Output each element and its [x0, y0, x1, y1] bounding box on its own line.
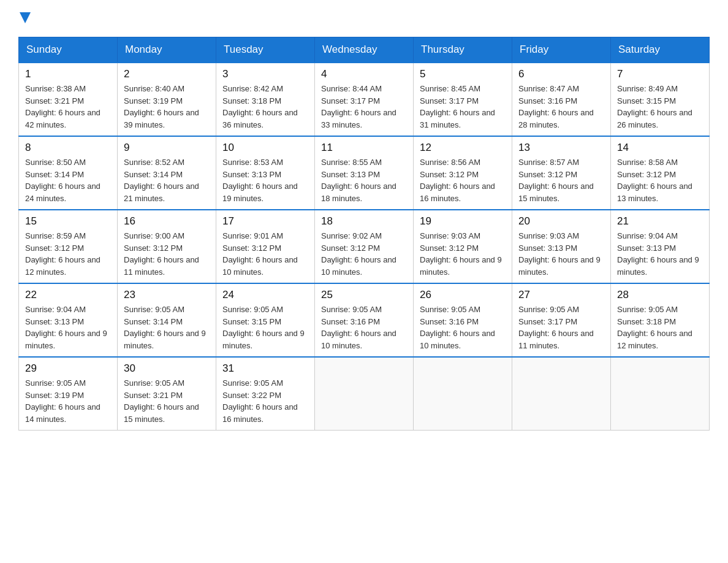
day-number: 13 — [518, 142, 604, 154]
calendar-cell: 7Sunrise: 8:49 AMSunset: 3:15 PMDaylight… — [611, 63, 710, 136]
col-header-wednesday: Wednesday — [315, 37, 414, 63]
day-number: 18 — [321, 215, 407, 228]
calendar-cell: 3Sunrise: 8:42 AMSunset: 3:18 PMDaylight… — [216, 63, 315, 136]
calendar-cell: 8Sunrise: 8:50 AMSunset: 3:14 PMDaylight… — [19, 136, 118, 210]
week-row-2: 8Sunrise: 8:50 AMSunset: 3:14 PMDaylight… — [19, 136, 710, 210]
day-info: Sunrise: 9:01 AMSunset: 3:12 PMDaylight:… — [222, 230, 308, 278]
calendar-cell: 2Sunrise: 8:40 AMSunset: 3:19 PMDaylight… — [118, 63, 216, 136]
day-number: 19 — [420, 215, 506, 228]
day-number: 16 — [124, 215, 210, 228]
day-number: 21 — [617, 215, 703, 228]
day-number: 10 — [222, 142, 308, 154]
day-info: Sunrise: 9:05 AMSunset: 3:16 PMDaylight:… — [420, 304, 506, 351]
calendar-cell: 25Sunrise: 9:05 AMSunset: 3:16 PMDayligh… — [315, 283, 414, 357]
calendar-cell — [414, 357, 512, 431]
calendar-cell: 21Sunrise: 9:04 AMSunset: 3:13 PMDayligh… — [611, 210, 710, 283]
col-header-saturday: Saturday — [611, 37, 710, 63]
calendar-cell: 15Sunrise: 8:59 AMSunset: 3:12 PMDayligh… — [19, 210, 118, 283]
day-info: Sunrise: 9:03 AMSunset: 3:13 PMDaylight:… — [518, 230, 604, 278]
calendar-cell: 29Sunrise: 9:05 AMSunset: 3:19 PMDayligh… — [19, 357, 118, 431]
day-info: Sunrise: 9:04 AMSunset: 3:13 PMDaylight:… — [617, 230, 703, 278]
calendar-cell: 20Sunrise: 9:03 AMSunset: 3:13 PMDayligh… — [512, 210, 611, 283]
day-number: 23 — [124, 289, 210, 301]
day-number: 5 — [420, 68, 506, 80]
day-number: 28 — [617, 289, 703, 301]
calendar-cell: 28Sunrise: 9:05 AMSunset: 3:18 PMDayligh… — [611, 283, 710, 357]
day-number: 7 — [617, 68, 703, 80]
calendar-cell: 6Sunrise: 8:47 AMSunset: 3:16 PMDaylight… — [512, 63, 611, 136]
day-info: Sunrise: 9:05 AMSunset: 3:19 PMDaylight:… — [25, 377, 111, 425]
calendar-cell: 30Sunrise: 9:05 AMSunset: 3:21 PMDayligh… — [118, 357, 216, 431]
day-number: 31 — [222, 362, 308, 375]
day-info: Sunrise: 8:45 AMSunset: 3:17 PMDaylight:… — [420, 83, 506, 131]
calendar-cell: 14Sunrise: 8:58 AMSunset: 3:12 PMDayligh… — [611, 136, 710, 210]
day-number: 24 — [222, 289, 308, 301]
day-number: 1 — [25, 68, 111, 80]
day-number: 30 — [124, 362, 210, 375]
day-info: Sunrise: 9:05 AMSunset: 3:15 PMDaylight:… — [222, 304, 308, 351]
calendar-cell — [611, 357, 710, 431]
calendar-cell: 26Sunrise: 9:05 AMSunset: 3:16 PMDayligh… — [414, 283, 512, 357]
logo-arrow-icon — [20, 12, 31, 23]
day-info: Sunrise: 8:52 AMSunset: 3:14 PMDaylight:… — [124, 156, 210, 204]
page-header — [18, 12, 710, 25]
day-number: 11 — [321, 142, 407, 154]
calendar-cell: 17Sunrise: 9:01 AMSunset: 3:12 PMDayligh… — [216, 210, 315, 283]
day-info: Sunrise: 9:02 AMSunset: 3:12 PMDaylight:… — [321, 230, 407, 278]
day-info: Sunrise: 9:05 AMSunset: 3:14 PMDaylight:… — [124, 304, 210, 351]
col-header-friday: Friday — [512, 37, 611, 63]
day-info: Sunrise: 8:58 AMSunset: 3:12 PMDaylight:… — [617, 156, 703, 204]
day-number: 15 — [25, 215, 111, 228]
day-info: Sunrise: 9:05 AMSunset: 3:16 PMDaylight:… — [321, 304, 407, 351]
calendar-cell: 5Sunrise: 8:45 AMSunset: 3:17 PMDaylight… — [414, 63, 512, 136]
week-row-3: 15Sunrise: 8:59 AMSunset: 3:12 PMDayligh… — [19, 210, 710, 283]
day-number: 8 — [25, 142, 111, 154]
day-info: Sunrise: 9:05 AMSunset: 3:22 PMDaylight:… — [222, 377, 308, 425]
day-info: Sunrise: 9:00 AMSunset: 3:12 PMDaylight:… — [124, 230, 210, 278]
day-info: Sunrise: 9:05 AMSunset: 3:18 PMDaylight:… — [617, 304, 703, 351]
day-number: 25 — [321, 289, 407, 301]
day-info: Sunrise: 8:47 AMSunset: 3:16 PMDaylight:… — [518, 83, 604, 131]
calendar-cell: 11Sunrise: 8:55 AMSunset: 3:13 PMDayligh… — [315, 136, 414, 210]
col-header-sunday: Sunday — [19, 37, 118, 63]
day-number: 17 — [222, 215, 308, 228]
calendar-cell: 16Sunrise: 9:00 AMSunset: 3:12 PMDayligh… — [118, 210, 216, 283]
calendar-cell — [315, 357, 414, 431]
day-info: Sunrise: 8:44 AMSunset: 3:17 PMDaylight:… — [321, 83, 407, 131]
calendar-cell: 22Sunrise: 9:04 AMSunset: 3:13 PMDayligh… — [19, 283, 118, 357]
col-header-thursday: Thursday — [414, 37, 512, 63]
logo — [18, 12, 31, 25]
week-row-4: 22Sunrise: 9:04 AMSunset: 3:13 PMDayligh… — [19, 283, 710, 357]
calendar-cell: 24Sunrise: 9:05 AMSunset: 3:15 PMDayligh… — [216, 283, 315, 357]
day-info: Sunrise: 8:42 AMSunset: 3:18 PMDaylight:… — [222, 83, 308, 131]
calendar-cell: 10Sunrise: 8:53 AMSunset: 3:13 PMDayligh… — [216, 136, 315, 210]
day-info: Sunrise: 8:38 AMSunset: 3:21 PMDaylight:… — [25, 83, 111, 131]
day-number: 29 — [25, 362, 111, 375]
day-info: Sunrise: 8:40 AMSunset: 3:19 PMDaylight:… — [124, 83, 210, 131]
day-number: 12 — [420, 142, 506, 154]
day-info: Sunrise: 8:55 AMSunset: 3:13 PMDaylight:… — [321, 156, 407, 204]
calendar-cell: 18Sunrise: 9:02 AMSunset: 3:12 PMDayligh… — [315, 210, 414, 283]
day-info: Sunrise: 8:56 AMSunset: 3:12 PMDaylight:… — [420, 156, 506, 204]
calendar-cell — [512, 357, 611, 431]
day-number: 14 — [617, 142, 703, 154]
day-info: Sunrise: 9:05 AMSunset: 3:21 PMDaylight:… — [124, 377, 210, 425]
calendar-cell: 13Sunrise: 8:57 AMSunset: 3:12 PMDayligh… — [512, 136, 611, 210]
day-info: Sunrise: 8:53 AMSunset: 3:13 PMDaylight:… — [222, 156, 308, 204]
col-header-tuesday: Tuesday — [216, 37, 315, 63]
week-row-5: 29Sunrise: 9:05 AMSunset: 3:19 PMDayligh… — [19, 357, 710, 431]
day-info: Sunrise: 9:03 AMSunset: 3:12 PMDaylight:… — [420, 230, 506, 278]
day-number: 2 — [124, 68, 210, 80]
day-info: Sunrise: 8:49 AMSunset: 3:15 PMDaylight:… — [617, 83, 703, 131]
day-info: Sunrise: 8:59 AMSunset: 3:12 PMDaylight:… — [25, 230, 111, 278]
svg-marker-0 — [20, 12, 31, 23]
calendar-cell: 19Sunrise: 9:03 AMSunset: 3:12 PMDayligh… — [414, 210, 512, 283]
calendar-cell: 23Sunrise: 9:05 AMSunset: 3:14 PMDayligh… — [118, 283, 216, 357]
calendar-cell: 12Sunrise: 8:56 AMSunset: 3:12 PMDayligh… — [414, 136, 512, 210]
calendar-header-row: SundayMondayTuesdayWednesdayThursdayFrid… — [19, 37, 710, 63]
col-header-monday: Monday — [118, 37, 216, 63]
calendar-table: SundayMondayTuesdayWednesdayThursdayFrid… — [18, 37, 710, 431]
day-number: 3 — [222, 68, 308, 80]
day-number: 26 — [420, 289, 506, 301]
day-info: Sunrise: 8:50 AMSunset: 3:14 PMDaylight:… — [25, 156, 111, 204]
